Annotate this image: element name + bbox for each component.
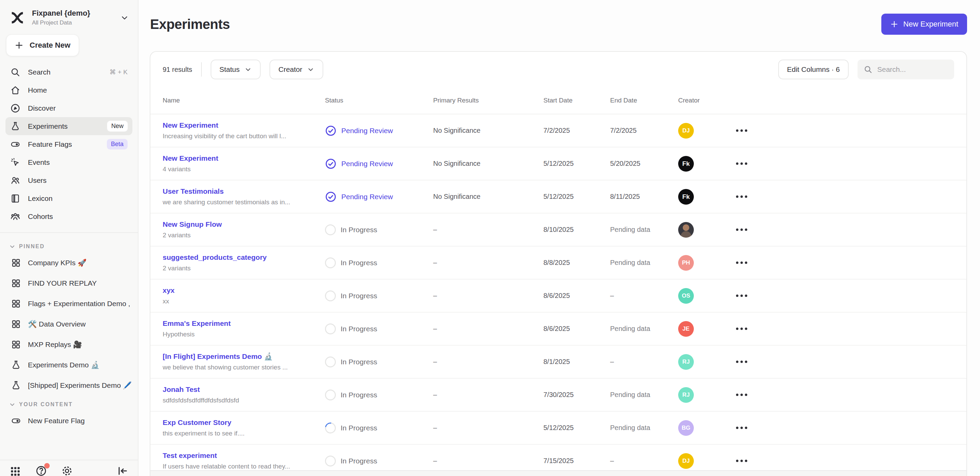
name-cell: [In Flight] Experiments Demo 🔬 we believ… bbox=[163, 352, 325, 371]
column-header-start-date[interactable]: Start Date bbox=[543, 97, 610, 104]
row-menu-button[interactable] bbox=[736, 357, 966, 366]
experiment-link[interactable]: [In Flight] Experiments Demo 🔬 bbox=[163, 352, 315, 361]
search-icon bbox=[864, 65, 872, 74]
row-menu-button[interactable] bbox=[736, 126, 966, 135]
creator-avatar[interactable]: DJ bbox=[678, 453, 694, 469]
new-experiment-button[interactable]: New Experiment bbox=[881, 14, 967, 35]
experiment-link[interactable]: suggested_products_category bbox=[163, 253, 315, 262]
sidebar-item-shipped-experiments-demo[interactable]: [Shipped] Experiments Demo 🖊️ bbox=[5, 375, 132, 396]
row-menu-button[interactable] bbox=[736, 390, 966, 399]
experiment-link[interactable]: Jonah Test bbox=[163, 385, 315, 394]
row-menu-button[interactable] bbox=[736, 423, 966, 433]
sidebar-item-company-kpis[interactable]: Company KPIs 🚀 bbox=[5, 252, 132, 273]
creator-avatar[interactable]: RJ bbox=[678, 354, 694, 370]
filter-button-status[interactable]: Status bbox=[211, 59, 261, 79]
creator-cell: RJ bbox=[678, 354, 736, 370]
plus-icon bbox=[890, 20, 898, 28]
experiment-link[interactable]: Exp Customer Story bbox=[163, 418, 315, 426]
end-date-cell: – bbox=[610, 457, 678, 465]
creator-avatar[interactable]: DJ bbox=[678, 123, 694, 139]
column-header-creator[interactable]: Creator bbox=[678, 97, 736, 104]
row-menu-button[interactable] bbox=[736, 456, 966, 465]
experiments-table-card: 91 results Status Creator Edit Columns ·… bbox=[150, 51, 967, 476]
column-header-primary-results[interactable]: Primary Results bbox=[433, 97, 543, 104]
creator-avatar[interactable]: Fk bbox=[678, 156, 694, 172]
sidebar-item-experiments-demo[interactable]: Experiments Demo 🔬 bbox=[5, 355, 132, 375]
status-cell: In Progress bbox=[325, 323, 433, 334]
sidebar-item-search[interactable]: Search ⌘ + K bbox=[5, 63, 132, 81]
creator-cell: OS bbox=[678, 288, 736, 304]
experiment-link[interactable]: Emma's Experiment bbox=[163, 319, 315, 327]
sidebar-item-find-your-replay[interactable]: FIND YOUR REPLAY bbox=[5, 273, 132, 294]
row-menu-button[interactable] bbox=[736, 159, 966, 168]
experiment-link[interactable]: xyx bbox=[163, 286, 315, 294]
plus-icon bbox=[14, 41, 24, 50]
column-header-name[interactable]: Name bbox=[163, 97, 325, 104]
creator-avatar[interactable]: JE bbox=[678, 321, 694, 337]
sidebar-item-users[interactable]: Users bbox=[5, 171, 132, 189]
primary-results-cell: – bbox=[433, 358, 543, 366]
row-menu-button[interactable] bbox=[736, 291, 966, 300]
status-empty-circle-icon bbox=[325, 257, 336, 268]
primary-results-cell: – bbox=[433, 424, 543, 432]
name-cell: New Signup Flow 2 variants bbox=[163, 220, 325, 239]
table-body: New Experiment Increasing visibility of … bbox=[150, 114, 966, 476]
cohorts-icon bbox=[10, 211, 21, 222]
end-date-cell: Pending data bbox=[610, 424, 678, 432]
end-date-cell: 8/11/2025 bbox=[610, 193, 678, 201]
sidebar-item-discover[interactable]: Discover bbox=[5, 99, 132, 117]
creator-avatar[interactable]: PH bbox=[678, 255, 694, 271]
sidebar-item-feature-flags[interactable]: Feature Flags Beta bbox=[5, 135, 132, 153]
collapse-sidebar-icon[interactable] bbox=[117, 465, 128, 476]
column-header-status[interactable]: Status bbox=[325, 97, 433, 104]
row-menu-button[interactable] bbox=[736, 324, 966, 333]
status-label: Pending Review bbox=[341, 160, 393, 168]
creator-cell: JE bbox=[678, 321, 736, 337]
page-title: Experiments bbox=[150, 17, 230, 32]
table-row: Emma's Experiment Hypothesis In Progress… bbox=[150, 313, 966, 346]
experiment-link[interactable]: New Experiment bbox=[163, 154, 315, 163]
edit-columns-button[interactable]: Edit Columns · 6 bbox=[778, 59, 849, 79]
section-header-your-content[interactable]: YOUR CONTENT bbox=[0, 396, 138, 411]
row-menu-button[interactable] bbox=[736, 192, 966, 201]
row-menu-button[interactable] bbox=[736, 258, 966, 267]
fixpanel-logo-icon bbox=[10, 10, 25, 26]
sidebar-divider bbox=[0, 232, 138, 233]
sidebar-item-cohorts[interactable]: Cohorts bbox=[5, 208, 132, 225]
settings-gear-icon[interactable] bbox=[61, 465, 73, 476]
sidebar-item-experiments[interactable]: Experiments New bbox=[5, 117, 132, 135]
sidebar-item-mxp-replays[interactable]: MXP Replays 🎥 bbox=[5, 334, 132, 355]
create-new-button[interactable]: Create New bbox=[6, 34, 79, 56]
status-cell: Pending Review bbox=[325, 125, 433, 137]
search-input[interactable] bbox=[877, 65, 948, 73]
chevron-small-icon bbox=[9, 243, 16, 250]
primary-results-cell: No Significance bbox=[433, 127, 543, 134]
creator-avatar[interactable]: OS bbox=[678, 288, 694, 304]
row-menu-button[interactable] bbox=[736, 225, 966, 234]
filter-button-creator[interactable]: Creator bbox=[269, 59, 323, 79]
sidebar-item-lexicon[interactable]: Lexicon bbox=[5, 189, 132, 208]
sidebar-item-home[interactable]: Home bbox=[5, 81, 132, 99]
sidebar-item-data-overview[interactable]: 🛠️ Data Overview bbox=[5, 314, 132, 334]
experiment-link[interactable]: New Signup Flow bbox=[163, 220, 315, 228]
creator-avatar-photo[interactable] bbox=[678, 222, 694, 238]
help-icon[interactable] bbox=[35, 465, 47, 476]
sidebar-footer bbox=[0, 460, 138, 476]
primary-results-cell: No Significance bbox=[433, 193, 543, 201]
badge-new: New bbox=[107, 121, 127, 131]
experiment-link[interactable]: New Experiment bbox=[163, 121, 315, 129]
apps-grid-icon[interactable] bbox=[10, 465, 21, 476]
sidebar-item-events[interactable]: Events bbox=[5, 153, 132, 171]
status-empty-circle-icon bbox=[325, 224, 336, 235]
creator-avatar[interactable]: RJ bbox=[678, 387, 694, 403]
sidebar-item-new-feature-flag[interactable]: New Feature Flag bbox=[5, 411, 132, 431]
sidebar-item-flags-experimentation-demo[interactable]: Flags + Experimentation Demo , bbox=[5, 294, 132, 314]
workspace-switcher[interactable]: Fixpanel {demo} All Project Data bbox=[0, 0, 138, 34]
experiment-link[interactable]: Test experiment bbox=[163, 452, 315, 460]
column-header-end-date[interactable]: End Date bbox=[610, 97, 678, 104]
experiment-link[interactable]: User Testimonials bbox=[163, 187, 315, 195]
status-label: In Progress bbox=[340, 259, 377, 267]
creator-avatar[interactable]: BG bbox=[678, 420, 694, 436]
section-header-pinned[interactable]: PINNED bbox=[0, 238, 138, 252]
creator-avatar[interactable]: Fk bbox=[678, 189, 694, 204]
